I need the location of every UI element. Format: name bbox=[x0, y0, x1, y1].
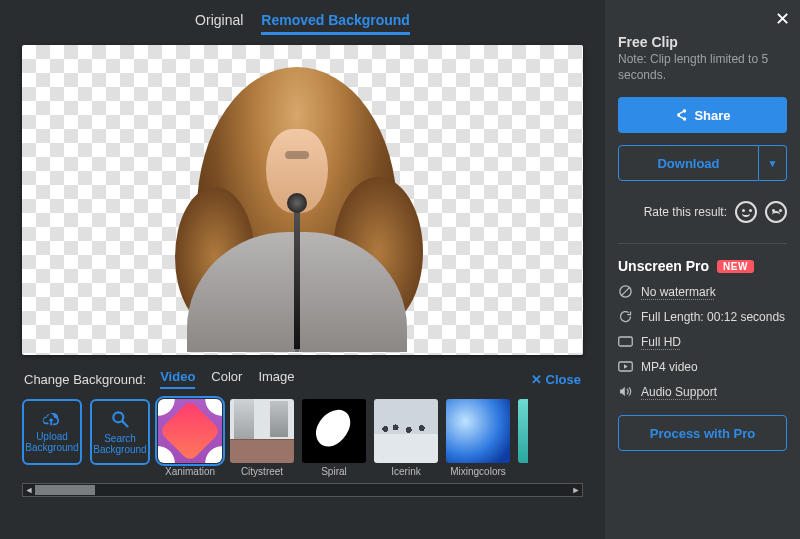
download-more-button[interactable]: ▼ bbox=[759, 145, 787, 181]
search-icon bbox=[110, 409, 130, 429]
scroll-left-icon[interactable]: ◄ bbox=[23, 484, 35, 496]
strip-scrollbar[interactable]: ◄ ► bbox=[22, 483, 583, 497]
download-row: Download ▼ bbox=[618, 145, 787, 181]
refresh-icon bbox=[618, 309, 633, 324]
bg-thumb-mixingcolors[interactable]: Mixingcolors bbox=[446, 399, 510, 477]
sidebar-divider bbox=[618, 243, 787, 244]
rate-sad-icon[interactable] bbox=[765, 201, 787, 223]
scroll-right-icon[interactable]: ► bbox=[570, 484, 582, 496]
speaker-icon bbox=[618, 384, 633, 399]
clip-note: Note: Clip length limited to 5 seconds. bbox=[618, 52, 787, 83]
ban-icon bbox=[618, 284, 633, 299]
share-button[interactable]: Share bbox=[618, 97, 787, 133]
bg-tab-color[interactable]: Color bbox=[211, 369, 242, 389]
preview-canvas bbox=[22, 45, 583, 355]
download-button[interactable]: Download bbox=[618, 145, 759, 181]
bg-thumb-xanimation[interactable]: Xanimation bbox=[158, 399, 222, 477]
scroll-handle[interactable] bbox=[35, 485, 95, 495]
share-icon bbox=[674, 108, 688, 122]
background-strip: Upload Background Search Background Xani… bbox=[22, 395, 583, 479]
bg-tab-image[interactable]: Image bbox=[258, 369, 294, 389]
pro-heading: Unscreen Pro NEW bbox=[618, 258, 787, 274]
background-type-tabs: Video Color Image bbox=[160, 369, 294, 389]
feat-audio: Audio Support bbox=[618, 384, 787, 399]
rate-row: Rate this result: bbox=[618, 201, 787, 223]
sidebar: ✕ Free Clip Note: Clip length limited to… bbox=[605, 0, 800, 539]
foreground-subject bbox=[177, 67, 417, 352]
feat-mp4: MP4 video bbox=[618, 359, 787, 374]
bg-thumb-citystreet[interactable]: Citystreet bbox=[230, 399, 294, 477]
clip-title: Free Clip bbox=[618, 34, 787, 50]
new-badge: NEW bbox=[717, 260, 754, 273]
close-panel-icon[interactable]: ✕ bbox=[775, 8, 790, 30]
bg-thumb-icerink[interactable]: Icerink bbox=[374, 399, 438, 477]
view-tabs: Original Removed Background bbox=[22, 8, 583, 45]
hd-icon bbox=[618, 334, 633, 349]
tab-removed-background[interactable]: Removed Background bbox=[261, 12, 410, 35]
bg-thumb-spiral[interactable]: Spiral bbox=[302, 399, 366, 477]
main-panel: Original Removed Background Change Backg… bbox=[0, 0, 605, 539]
svg-rect-4 bbox=[619, 337, 633, 346]
upload-background-tile[interactable]: Upload Background bbox=[22, 399, 82, 465]
change-background-label: Change Background: bbox=[24, 372, 146, 387]
process-with-pro-button[interactable]: Process with Pro bbox=[618, 415, 787, 451]
background-picker-header: Change Background: Video Color Image ✕ C… bbox=[22, 355, 583, 395]
svg-line-3 bbox=[621, 287, 630, 296]
rate-label: Rate this result: bbox=[644, 205, 727, 219]
svg-line-1 bbox=[123, 421, 128, 426]
bg-tab-video[interactable]: Video bbox=[160, 369, 195, 389]
close-label: Close bbox=[546, 372, 581, 387]
rate-happy-icon[interactable] bbox=[735, 201, 757, 223]
search-background-tile[interactable]: Search Background bbox=[90, 399, 150, 465]
play-icon bbox=[618, 359, 633, 374]
close-icon: ✕ bbox=[531, 372, 542, 387]
bg-thumb-overflow[interactable] bbox=[518, 399, 528, 463]
close-background-picker[interactable]: ✕ Close bbox=[531, 372, 581, 387]
feat-full-length: Full Length: 00:12 seconds bbox=[618, 309, 787, 324]
cloud-upload-icon bbox=[41, 411, 63, 427]
feat-full-hd: Full HD bbox=[618, 334, 787, 349]
tab-original[interactable]: Original bbox=[195, 12, 243, 35]
feat-no-watermark: No watermark bbox=[618, 284, 787, 299]
chevron-down-icon: ▼ bbox=[768, 158, 778, 169]
